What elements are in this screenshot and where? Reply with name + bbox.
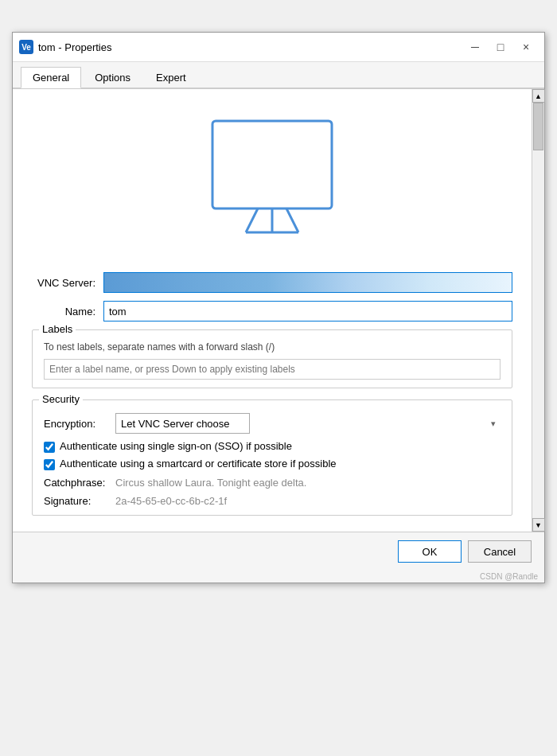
content-area: VNC Server: Name: Labels To nest labels,… [13,88,544,532]
scroll-thumb[interactable] [533,103,543,150]
catchphrase-value: Circus shallow Laura. Tonight eagle delt… [115,477,306,489]
encryption-label: Encryption: [44,418,115,430]
title-bar: Ve tom - Properties ─ □ × [13,33,544,62]
labels-section-title: Labels [39,323,76,335]
sso-checkbox[interactable] [44,442,55,453]
scrollbar: ▲ ▼ [532,89,544,532]
chevron-down-icon: ▾ [491,419,496,429]
vnc-server-input[interactable] [103,272,512,293]
app-icon: Ve [19,40,33,54]
vnc-server-label: VNC Server: [32,277,103,289]
encryption-select-wrapper: Let VNC Server choose Always on Prefer o… [115,413,501,434]
sso-checkbox-row: Authenticate using single sign-on (SSO) … [44,440,501,453]
main-content: VNC Server: Name: Labels To nest labels,… [13,89,532,532]
security-section-title: Security [39,393,83,405]
labels-hint: To nest labels, separate names with a fo… [44,341,501,353]
window-controls: ─ □ × [463,37,538,57]
label-input[interactable] [44,359,501,380]
sso-label: Authenticate using single sign-on (SSO) … [60,440,292,452]
svg-rect-0 [212,121,332,208]
name-row: Name: [32,301,512,321]
tab-general[interactable]: General [21,67,81,88]
svg-line-4 [286,208,298,232]
close-button[interactable]: × [514,37,538,57]
signature-value: 2a-45-65-e0-cc-6b-c2-1f [115,495,227,507]
scroll-down-button[interactable]: ▼ [532,518,545,532]
minimize-button[interactable]: ─ [463,37,487,57]
smartcard-checkbox-row: Authenticate using a smartcard or certif… [44,458,501,470]
smartcard-label: Authenticate using a smartcard or certif… [60,458,337,470]
tab-bar: General Options Expert [13,62,544,88]
cancel-button[interactable]: Cancel [468,540,532,563]
vnc-server-row: VNC Server: [32,272,512,293]
security-section: Security Encryption: Let VNC Server choo… [32,399,512,516]
catchphrase-row: Catchphrase: Circus shallow Laura. Tonig… [44,477,501,489]
scroll-up-button[interactable]: ▲ [532,89,545,103]
dialog-footer: OK Cancel [13,532,544,571]
encryption-row: Encryption: Let VNC Server choose Always… [44,413,501,434]
watermark: CSDN @Randle [13,571,544,583]
window-title: tom - Properties [38,41,111,53]
monitor-illustration [32,105,512,256]
svg-line-3 [246,208,258,232]
signature-label: Signature: [44,495,115,507]
name-label: Name: [32,306,103,318]
catchphrase-label: Catchphrase: [44,477,115,489]
maximize-button[interactable]: □ [489,37,512,57]
encryption-select[interactable]: Let VNC Server choose Always on Prefer o… [115,413,250,434]
tab-options[interactable]: Options [83,67,142,88]
ok-button[interactable]: OK [398,540,462,563]
signature-row: Signature: 2a-45-65-e0-cc-6b-c2-1f [44,495,501,507]
name-input[interactable] [103,301,512,321]
tab-expert[interactable]: Expert [144,67,198,88]
labels-section: Labels To nest labels, separate names wi… [32,329,512,388]
scroll-track[interactable] [532,103,544,518]
smartcard-checkbox[interactable] [44,459,55,470]
